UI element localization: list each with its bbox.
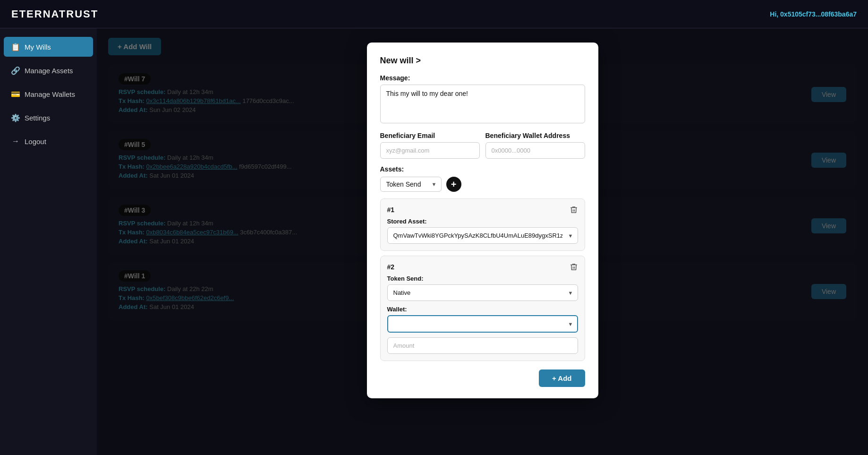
- modal-add-button[interactable]: + Add: [539, 369, 585, 387]
- message-label: Message:: [380, 74, 585, 82]
- sidebar-item-manage-wallets[interactable]: 💳 Manage Wallets: [4, 84, 93, 104]
- sidebar-label-manage-assets: Manage Assets: [25, 67, 73, 75]
- asset-2-num: #2: [387, 263, 395, 271]
- asset-2-header: #2: [387, 263, 578, 271]
- new-will-modal: New will > Message: Beneficiary Email Be…: [367, 43, 598, 398]
- header-user: Hi, 0x5105cf73...08f63ba6a7: [770, 10, 857, 18]
- sidebar-item-my-wills[interactable]: 📋 My Wills: [4, 37, 93, 57]
- beneficiary-row: Beneficiary Email Beneficiary Wallet Add…: [380, 132, 585, 159]
- wallets-icon: 💳: [11, 90, 20, 98]
- sidebar-label-my-wills: My Wills: [25, 43, 51, 51]
- asset-item-1: #1 Stored Asset:: [380, 198, 585, 251]
- wallet-select[interactable]: [387, 315, 578, 333]
- settings-icon: ⚙️: [11, 113, 20, 122]
- main-content: + Add Will #Will 7 RSVP schedule: Daily …: [97, 28, 868, 455]
- assets-controls: Token Send Native Send Stored Asset ▼ +: [380, 177, 585, 192]
- stored-asset-select[interactable]: QmVawTvWki8YGPckYpySAzK8CLfbU4UmALuE89dy…: [387, 227, 578, 244]
- logo: ETERNATRUST: [11, 8, 98, 20]
- wallet-field-label: Wallet:: [387, 306, 578, 313]
- delete-asset-1-button[interactable]: [570, 206, 578, 214]
- token-send-select-wrap: Token Send Native Send Stored Asset ▼: [380, 177, 442, 192]
- logout-icon: →: [11, 137, 20, 146]
- sidebar-label-logout: Logout: [25, 137, 46, 146]
- delete-asset-2-button[interactable]: [570, 263, 578, 271]
- beneficiary-email-input[interactable]: [380, 142, 480, 159]
- asset-item-2: #2 Token Send: Na: [380, 256, 585, 361]
- app-body: 📋 My Wills 🔗 Manage Assets 💳 Manage Wall…: [0, 28, 868, 455]
- modal-title: New will >: [380, 56, 585, 66]
- asset-1-header: #1: [387, 206, 578, 214]
- stored-asset-label: Stored Asset:: [387, 218, 578, 225]
- wills-icon: 📋: [11, 43, 20, 51]
- stored-asset-select-wrap: QmVawTvWki8YGPckYpySAzK8CLfbU4UmALuE89dy…: [387, 227, 578, 244]
- sidebar-label-settings: Settings: [25, 114, 50, 122]
- message-textarea[interactable]: [380, 85, 585, 123]
- amount-input[interactable]: [387, 337, 578, 354]
- sidebar: 📋 My Wills 🔗 Manage Assets 💳 Manage Wall…: [0, 28, 97, 455]
- add-asset-button[interactable]: +: [446, 177, 461, 192]
- assets-label: Assets:: [380, 165, 585, 173]
- token-send-native-select-wrap: Native USDC ETH Custom ▼: [387, 284, 578, 301]
- beneficiary-email-label: Beneficiary Email: [380, 132, 480, 139]
- sidebar-item-logout[interactable]: → Logout: [4, 131, 93, 151]
- sidebar-item-settings[interactable]: ⚙️ Settings: [4, 108, 93, 128]
- beneficiary-wallet-col: Beneficiary Wallet Address: [485, 132, 585, 159]
- header: ETERNATRUST Hi, 0x5105cf73...08f63ba6a7: [0, 0, 868, 28]
- sidebar-label-manage-wallets: Manage Wallets: [25, 90, 75, 98]
- beneficiary-wallet-label: Beneficiary Wallet Address: [485, 132, 585, 139]
- sidebar-item-manage-assets[interactable]: 🔗 Manage Assets: [4, 60, 93, 80]
- assets-icon: 🔗: [11, 66, 20, 75]
- wallet-select-wrap: ▼: [387, 315, 578, 333]
- token-send-field-label: Token Send:: [387, 275, 578, 282]
- token-send-native-select[interactable]: Native USDC ETH Custom: [387, 284, 578, 301]
- beneficiary-email-col: Beneficiary Email: [380, 132, 480, 159]
- beneficiary-wallet-input[interactable]: [485, 142, 585, 159]
- token-send-select[interactable]: Token Send Native Send Stored Asset: [380, 177, 442, 192]
- modal-overlay: New will > Message: Beneficiary Email Be…: [97, 28, 868, 455]
- modal-footer: + Add: [380, 369, 585, 387]
- asset-1-num: #1: [387, 206, 395, 214]
